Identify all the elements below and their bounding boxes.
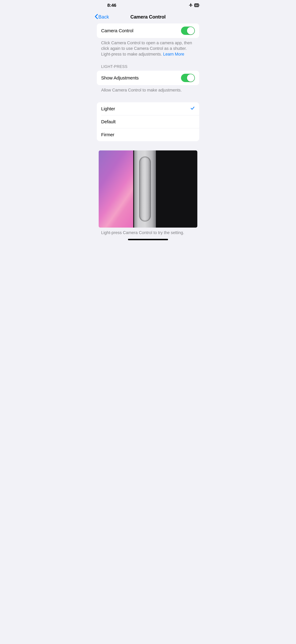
show-adjustments-card: Show Adjustments bbox=[97, 71, 199, 85]
battery-percentage: 33 bbox=[194, 4, 199, 7]
sensitivity-option-firmer[interactable]: Firmer bbox=[101, 128, 199, 141]
status-indicators: 33 bbox=[189, 3, 199, 8]
preview-caption: Light-press Camera Control to try the se… bbox=[92, 228, 204, 235]
nav-bar: Back Camera Control bbox=[92, 9, 204, 24]
sensitivity-option-default[interactable]: Default bbox=[101, 115, 199, 128]
show-adjustments-label: Show Adjustments bbox=[101, 75, 139, 80]
toggle-knob bbox=[187, 74, 194, 82]
light-press-header: LIGHT-PRESS bbox=[97, 57, 199, 71]
option-label: Firmer bbox=[101, 132, 114, 137]
camera-control-label: Camera Control bbox=[101, 28, 133, 33]
preview-frame bbox=[134, 150, 156, 228]
show-adjustments-toggle[interactable] bbox=[181, 74, 195, 82]
sensitivity-option-lighter[interactable]: Lighter bbox=[97, 102, 199, 115]
camera-control-preview bbox=[99, 150, 197, 228]
home-indicator[interactable] bbox=[128, 239, 168, 240]
status-bar: 8:46 33 bbox=[92, 0, 204, 9]
chevron-left-icon bbox=[95, 14, 98, 20]
preview-wallpaper bbox=[99, 150, 134, 228]
airplane-mode-icon bbox=[189, 3, 193, 8]
back-label: Back bbox=[98, 14, 109, 20]
check-icon bbox=[190, 106, 195, 112]
show-adjustments-footer: Allow Camera Control to make adjustments… bbox=[97, 85, 199, 93]
camera-control-button-illustration bbox=[139, 156, 151, 222]
status-time: 8:46 bbox=[107, 2, 116, 8]
option-label: Default bbox=[101, 119, 116, 124]
sensitivity-card: Lighter Default Firmer bbox=[97, 102, 199, 141]
camera-control-toggle[interactable] bbox=[181, 26, 195, 35]
back-button[interactable]: Back bbox=[95, 14, 109, 20]
learn-more-link[interactable]: Learn More bbox=[163, 52, 184, 56]
camera-control-toggle-row[interactable]: Camera Control bbox=[97, 24, 199, 38]
battery-indicator: 33 bbox=[194, 4, 199, 7]
camera-control-card: Camera Control bbox=[97, 24, 199, 38]
preview-dark bbox=[156, 150, 197, 228]
camera-control-footer: Click Camera Control to open a camera ap… bbox=[97, 38, 199, 57]
show-adjustments-row[interactable]: Show Adjustments bbox=[97, 71, 199, 85]
option-label: Lighter bbox=[101, 106, 115, 112]
toggle-knob bbox=[187, 27, 194, 34]
page-title: Camera Control bbox=[130, 14, 166, 20]
